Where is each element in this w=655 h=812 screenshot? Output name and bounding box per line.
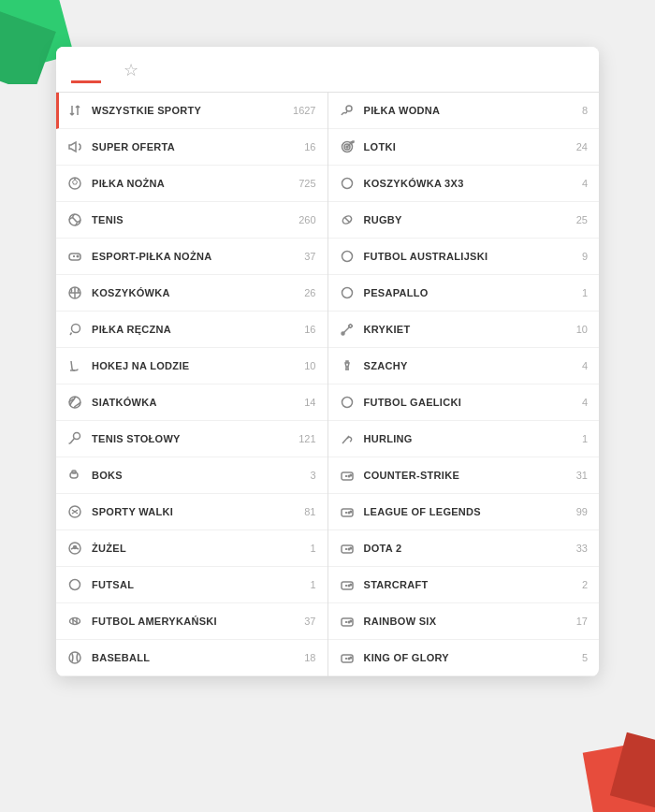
sport-item-league-of-legends[interactable]: LEAGUE OF LEGENDS99 bbox=[328, 494, 600, 530]
svg-point-19 bbox=[70, 580, 80, 590]
sport-item-rugby[interactable]: RUGBY25 bbox=[328, 202, 600, 239]
sport-icon-tenis bbox=[66, 210, 84, 229]
tab-sport[interactable] bbox=[71, 56, 101, 83]
sport-count-baseball: 18 bbox=[304, 652, 315, 663]
sport-item-pilka-wodna[interactable]: PIŁKA WODNA8 bbox=[328, 93, 600, 129]
sport-item-hokej[interactable]: HOKEJ NA LODZIE10 bbox=[56, 348, 328, 384]
sport-name-pesapallo: PESAPALLO bbox=[364, 287, 578, 298]
sport-icon-starcraft bbox=[338, 575, 357, 594]
sport-item-dota2[interactable]: DOTA 233 bbox=[328, 530, 600, 567]
sport-name-baseball: BASEBALL bbox=[92, 652, 300, 663]
sport-count-king-of-glory: 5 bbox=[582, 652, 588, 663]
sport-item-king-of-glory[interactable]: KING OF GLORY5 bbox=[328, 640, 600, 676]
sport-item-koszykowka-3x3[interactable]: KOSZYKÓWKA 3X34 bbox=[328, 166, 600, 202]
sport-icon-sporty-walki bbox=[66, 502, 84, 521]
svg-point-7 bbox=[77, 255, 79, 257]
sport-item-pilka-reczna[interactable]: PIŁKA RĘCZNA16 bbox=[56, 312, 328, 348]
sport-item-szachy[interactable]: SZACHY4 bbox=[328, 348, 600, 384]
sport-icon-boks bbox=[66, 466, 84, 485]
sport-name-dota2: DOTA 2 bbox=[364, 543, 573, 554]
sport-count-rugby: 25 bbox=[576, 214, 588, 225]
tab-header: ☆ bbox=[56, 47, 599, 93]
sport-item-wszystkie-sporty[interactable]: WSZYSTKIE SPORTY1627 bbox=[56, 93, 328, 129]
sport-icon-tenis-stolowy bbox=[66, 429, 84, 448]
sport-count-pesapallo: 1 bbox=[582, 287, 588, 298]
sport-name-krykiet: KRYKIET bbox=[364, 324, 573, 335]
sport-item-futsal[interactable]: FUTSAL1 bbox=[56, 567, 328, 603]
svg-point-24 bbox=[69, 652, 80, 663]
sport-icon-king-of-glory bbox=[338, 648, 357, 667]
sport-name-futbol-amerykanski: FUTBOL AMERYKAŃSKI bbox=[92, 616, 300, 627]
svg-rect-36 bbox=[348, 324, 352, 327]
sport-item-zuzel[interactable]: ŻUŻEL1 bbox=[56, 530, 328, 567]
sport-item-krykiet[interactable]: KRYKIET10 bbox=[328, 312, 600, 348]
sport-count-sporty-walki: 81 bbox=[304, 506, 315, 517]
left-column: WSZYSTKIE SPORTY1627SUPER OFERTA16PIŁKA … bbox=[56, 93, 328, 676]
sport-item-super-oferta[interactable]: SUPER OFERTA16 bbox=[56, 129, 328, 166]
sport-count-futsal: 1 bbox=[310, 579, 315, 590]
svg-point-48 bbox=[350, 511, 352, 513]
sport-item-koszykowka[interactable]: KOSZYKÓWKA26 bbox=[56, 275, 328, 312]
sport-count-super-oferta: 16 bbox=[304, 141, 315, 152]
red-decoration-bottom-right bbox=[561, 718, 655, 812]
svg-point-34 bbox=[342, 288, 352, 298]
sport-name-koszykowka-3x3: KOSZYKÓWKA 3X3 bbox=[364, 178, 578, 189]
sport-item-counter-strike[interactable]: COUNTER-STRIKE31 bbox=[328, 457, 600, 494]
sport-name-hurling: HURLING bbox=[364, 433, 578, 444]
sport-count-szachy: 4 bbox=[582, 360, 588, 371]
sport-count-zuzel: 1 bbox=[310, 543, 315, 554]
sport-item-tenis[interactable]: TENIS260 bbox=[56, 202, 328, 239]
sport-count-futbol-australijski: 9 bbox=[582, 251, 588, 262]
svg-point-9 bbox=[72, 325, 80, 333]
sport-name-futbol-gaelicki: FUTBOL GAELICKI bbox=[364, 397, 578, 408]
sport-icon-krykiet bbox=[338, 320, 357, 339]
tab-favorites[interactable]: ☆ bbox=[116, 47, 146, 92]
sport-name-hokej: HOKEJ NA LODZIE bbox=[92, 360, 300, 371]
sport-item-baseball[interactable]: BASEBALL18 bbox=[56, 640, 328, 676]
sport-icon-super-oferta bbox=[66, 138, 84, 156]
sport-name-siatkowka: SIATKÓWKA bbox=[92, 397, 300, 408]
sport-count-pilka-nozna: 725 bbox=[298, 178, 315, 189]
sport-item-sporty-walki[interactable]: SPORTY WALKI81 bbox=[56, 494, 328, 530]
sport-name-wszystkie-sporty: WSZYSTKIE SPORTY bbox=[92, 105, 289, 116]
svg-point-43 bbox=[350, 474, 352, 476]
sport-item-futbol-australijski[interactable]: FUTBOL AUSTRALIJSKI9 bbox=[328, 239, 600, 275]
sport-icon-dota2 bbox=[338, 539, 357, 558]
sport-item-rainbow-six[interactable]: RAINBOW SIX17 bbox=[328, 603, 600, 640]
svg-line-32 bbox=[344, 218, 349, 223]
sport-name-counter-strike: COUNTER-STRIKE bbox=[364, 470, 573, 481]
svg-point-18 bbox=[74, 546, 77, 549]
sport-count-league-of-legends: 99 bbox=[576, 506, 588, 517]
sport-count-pilka-reczna: 16 bbox=[304, 324, 315, 335]
sport-icon-counter-strike bbox=[338, 466, 357, 485]
sport-icon-esport-pilka bbox=[66, 247, 84, 266]
sport-icon-hokej bbox=[66, 356, 84, 375]
sport-icon-koszykowka-3x3 bbox=[338, 174, 357, 193]
sport-item-futbol-amerykanski[interactable]: FUTBOL AMERYKAŃSKI37 bbox=[56, 603, 328, 640]
sport-item-siatkowka[interactable]: SIATKÓWKA14 bbox=[56, 384, 328, 421]
sport-item-esport-pilka[interactable]: ESPORT-PIŁKA NOŻNA37 bbox=[56, 239, 328, 275]
sport-item-lotki[interactable]: LOTKI24 bbox=[328, 129, 600, 166]
sport-item-tenis-stolowy[interactable]: TENIS STOŁOWY121 bbox=[56, 421, 328, 457]
svg-marker-1 bbox=[73, 180, 78, 184]
svg-point-53 bbox=[350, 547, 352, 549]
svg-point-38 bbox=[342, 398, 352, 408]
sport-icon-pilka-wodna bbox=[338, 101, 357, 120]
sport-name-super-oferta: SUPER OFERTA bbox=[92, 141, 300, 152]
sport-name-king-of-glory: KING OF GLORY bbox=[364, 652, 578, 663]
sport-item-futbol-gaelicki[interactable]: FUTBOL GAELICKI4 bbox=[328, 384, 600, 421]
sport-item-boks[interactable]: BOKS3 bbox=[56, 457, 328, 494]
sport-name-tenis: TENIS bbox=[92, 214, 295, 225]
sport-item-starcraft[interactable]: STARCRAFT2 bbox=[328, 567, 600, 603]
sport-count-siatkowka: 14 bbox=[304, 397, 315, 408]
sport-icon-futbol-australijski bbox=[338, 247, 357, 266]
sport-item-hurling[interactable]: HURLING1 bbox=[328, 421, 600, 457]
sport-item-pesapallo[interactable]: PESAPALLO1 bbox=[328, 275, 600, 312]
sport-name-futbol-australijski: FUTBOL AUSTRALIJSKI bbox=[364, 251, 578, 262]
main-card: ☆ WSZYSTKIE SPORTY1627SUPER OFERTA16PIŁK… bbox=[56, 47, 599, 676]
sport-count-wszystkie-sporty: 1627 bbox=[293, 105, 315, 116]
sport-count-koszykowka-3x3: 4 bbox=[582, 178, 588, 189]
sport-item-pilka-nozna[interactable]: PIŁKA NOŻNA725 bbox=[56, 166, 328, 202]
sport-count-counter-strike: 31 bbox=[576, 470, 588, 481]
svg-point-11 bbox=[74, 433, 80, 440]
